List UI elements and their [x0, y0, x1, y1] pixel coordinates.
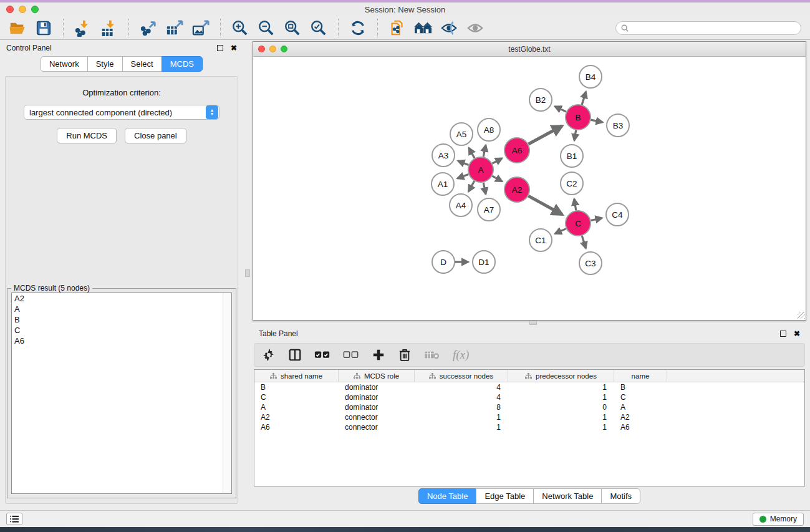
- search-input[interactable]: [632, 24, 796, 32]
- graph-edge-B-B3[interactable]: [591, 120, 603, 122]
- tab-style[interactable]: Style: [87, 56, 123, 72]
- table-cell[interactable]: dominator: [339, 402, 415, 412]
- table-row[interactable]: A6connector11A6: [254, 422, 804, 432]
- graph-edge-A-A4[interactable]: [468, 181, 474, 191]
- table-cell[interactable]: 8: [415, 402, 508, 412]
- graph-node-C4[interactable]: C4: [606, 203, 629, 226]
- graph-edge-A6-B[interactable]: [528, 126, 562, 144]
- table-cell[interactable]: 1: [415, 422, 508, 432]
- table-cell[interactable]: dominator: [339, 392, 415, 402]
- graph-node-A6[interactable]: A6: [504, 138, 529, 163]
- hide-selected-button[interactable]: [438, 17, 461, 39]
- tab-node-table[interactable]: Node Table: [418, 488, 477, 504]
- tab-motifs[interactable]: Motifs: [601, 488, 640, 504]
- table-cell[interactable]: connector: [339, 422, 415, 432]
- create-column-button[interactable]: [372, 347, 385, 363]
- search-box[interactable]: [615, 21, 801, 35]
- result-list-item[interactable]: A2: [12, 293, 222, 304]
- delete-table-button[interactable]: [424, 347, 440, 363]
- float-panel-icon[interactable]: [780, 331, 786, 337]
- network-window-titlebar[interactable]: testGlobe.txt: [253, 42, 806, 57]
- clone-network-button[interactable]: [386, 17, 408, 39]
- close-panel-icon[interactable]: ✖: [231, 45, 237, 51]
- graph-edge-B-B4[interactable]: [582, 92, 586, 105]
- tab-edge-table[interactable]: Edge Table: [476, 488, 534, 504]
- column-header-name[interactable]: name: [614, 370, 667, 382]
- graph-edge-C-C3[interactable]: [582, 236, 586, 248]
- tab-network-table[interactable]: Network Table: [533, 488, 602, 504]
- function-builder-button[interactable]: f(x): [453, 347, 469, 363]
- graph-node-C1[interactable]: C1: [529, 229, 552, 251]
- graph-edge-A-A6[interactable]: [493, 158, 502, 163]
- table-cell[interactable]: C: [614, 392, 667, 402]
- select-all-columns-button[interactable]: [314, 347, 330, 363]
- graph-edge-B-B1[interactable]: [574, 130, 576, 140]
- table-cell[interactable]: 1: [508, 382, 614, 392]
- table-cell[interactable]: 1: [508, 392, 614, 402]
- graph-node-A7[interactable]: A7: [478, 198, 500, 221]
- table-settings-button[interactable]: [262, 347, 276, 363]
- table-cell[interactable]: A: [254, 402, 339, 412]
- graph-node-A8[interactable]: A8: [478, 118, 500, 141]
- graph-node-C[interactable]: C: [566, 211, 591, 236]
- table-row[interactable]: Cdominator41C: [254, 392, 804, 402]
- save-session-button[interactable]: [32, 17, 55, 39]
- delete-column-button[interactable]: [398, 347, 412, 363]
- table-cell[interactable]: 1: [415, 412, 508, 422]
- graph-node-A3[interactable]: A3: [432, 144, 455, 167]
- open-file-button[interactable]: [6, 17, 29, 39]
- import-network-button[interactable]: [72, 17, 94, 39]
- table-cell[interactable]: A6: [614, 422, 667, 432]
- column-header-successor-nodes[interactable]: successor nodes: [415, 370, 508, 382]
- divider-handle[interactable]: [529, 321, 537, 325]
- table-cell[interactable]: 1: [508, 412, 614, 422]
- result-list-item[interactable]: B: [12, 314, 222, 325]
- deselect-all-columns-button[interactable]: [343, 347, 359, 363]
- result-list-scrollbar[interactable]: [223, 293, 231, 493]
- graph-edge-C-C4[interactable]: [591, 218, 602, 220]
- graph-edge-C-C2[interactable]: [574, 199, 576, 210]
- table-cell[interactable]: A6: [254, 422, 339, 432]
- tab-mcds[interactable]: MCDS: [162, 56, 203, 72]
- vertical-split-divider[interactable]: [243, 40, 253, 510]
- graph-node-C2[interactable]: C2: [561, 172, 583, 195]
- graph-edge-A-A8[interactable]: [483, 145, 486, 157]
- zoom-fit-button[interactable]: [281, 17, 304, 39]
- float-panel-icon[interactable]: [217, 45, 223, 51]
- graph-node-D[interactable]: D: [432, 251, 455, 273]
- column-header-shared-name[interactable]: shared name: [254, 370, 339, 382]
- graph-edge-A-A5[interactable]: [469, 148, 475, 158]
- graph-node-A5[interactable]: A5: [450, 123, 473, 145]
- table-cell[interactable]: 0: [508, 402, 614, 412]
- show-all-button[interactable]: [465, 17, 487, 39]
- refresh-layout-button[interactable]: [347, 17, 369, 39]
- export-image-button[interactable]: [190, 17, 212, 39]
- criterion-dropdown[interactable]: largest connected component (directed) ▲…: [24, 105, 219, 120]
- mcds-result-list[interactable]: A2ABCA6: [11, 293, 232, 494]
- zoom-out-button[interactable]: [255, 17, 277, 39]
- first-neighbors-button[interactable]: [412, 17, 435, 39]
- memory-button[interactable]: Memory: [753, 513, 804, 526]
- zoom-in-button[interactable]: [229, 17, 251, 39]
- table-row[interactable]: Adominator80A: [254, 402, 804, 412]
- graph-edge-A-A3[interactable]: [458, 161, 469, 165]
- close-panel-button[interactable]: Close panel: [125, 128, 186, 143]
- table-cell[interactable]: 4: [415, 392, 508, 402]
- table-cell[interactable]: B: [614, 382, 667, 392]
- table-row[interactable]: A2connector11A2: [254, 412, 804, 422]
- table-cell[interactable]: C: [254, 392, 339, 402]
- table-cell[interactable]: 4: [415, 382, 508, 392]
- graph-node-B2[interactable]: B2: [529, 89, 552, 111]
- table-row[interactable]: Bdominator41B: [254, 382, 804, 392]
- result-list-item[interactable]: A: [12, 304, 222, 314]
- table-cell[interactable]: A: [614, 402, 667, 412]
- graph-edge-C-C1[interactable]: [555, 229, 566, 234]
- zoom-selected-button[interactable]: [307, 17, 330, 39]
- table-cell[interactable]: connector: [339, 412, 415, 422]
- graph-node-D1[interactable]: D1: [473, 251, 495, 273]
- graph-edge-A-A1[interactable]: [458, 174, 469, 178]
- split-table-button[interactable]: [288, 347, 302, 363]
- graph-edge-B-B2[interactable]: [555, 107, 566, 112]
- table-cell[interactable]: B: [254, 382, 339, 392]
- window-resize-grip[interactable]: [798, 312, 805, 319]
